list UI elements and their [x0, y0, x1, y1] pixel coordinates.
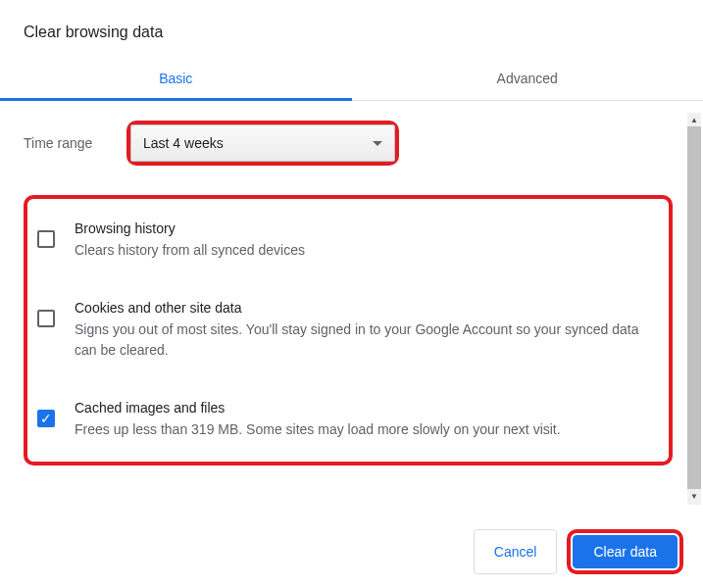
highlight-options: Browsing history Clears history from all… — [24, 195, 673, 466]
tab-advanced[interactable]: Advanced — [352, 57, 704, 100]
option-cache[interactable]: ✓ Cached images and files Frees up less … — [29, 390, 663, 450]
dialog-title: Clear browsing data — [0, 0, 703, 57]
option-browsing-history[interactable]: Browsing history Clears history from all… — [29, 211, 663, 270]
time-range-label: Time range — [24, 135, 126, 151]
option-text: Cookies and other site data Signs you ou… — [75, 300, 655, 361]
highlight-clear-button: Clear data — [567, 529, 683, 574]
dialog-content: Time range Last 4 weeks Browsing history… — [0, 101, 703, 493]
dialog-footer: Cancel Clear data — [0, 517, 703, 588]
time-range-row: Time range Last 4 weeks — [24, 121, 679, 166]
option-title: Cookies and other site data — [75, 300, 655, 316]
clear-data-button[interactable]: Clear data — [573, 535, 678, 568]
checkbox-browsing-history[interactable] — [37, 230, 55, 248]
time-range-select[interactable]: Last 4 weeks — [130, 124, 395, 162]
highlight-time-range: Last 4 weeks — [126, 121, 399, 166]
chevron-down-icon — [373, 141, 382, 146]
time-range-value: Last 4 weeks — [143, 135, 224, 151]
clear-browsing-data-dialog: Clear browsing data Basic Advanced ▲ ▼ T… — [0, 0, 703, 588]
checkbox-cache[interactable]: ✓ — [37, 410, 55, 427]
option-text: Browsing history Clears history from all… — [75, 220, 655, 261]
option-desc: Signs you out of most sites. You'll stay… — [75, 319, 655, 361]
option-text: Cached images and files Frees up less th… — [75, 400, 655, 440]
option-title: Browsing history — [75, 220, 655, 236]
tab-basic[interactable]: Basic — [0, 57, 352, 100]
option-desc: Clears history from all synced devices — [75, 240, 655, 261]
tabs: Basic Advanced — [0, 57, 703, 101]
checkbox-cookies[interactable] — [37, 310, 55, 327]
checkmark-icon: ✓ — [40, 412, 52, 425]
option-desc: Frees up less than 319 MB. Some sites ma… — [75, 419, 655, 440]
option-title: Cached images and files — [75, 400, 655, 416]
cancel-button[interactable]: Cancel — [474, 529, 558, 574]
option-cookies[interactable]: Cookies and other site data Signs you ou… — [29, 290, 663, 370]
